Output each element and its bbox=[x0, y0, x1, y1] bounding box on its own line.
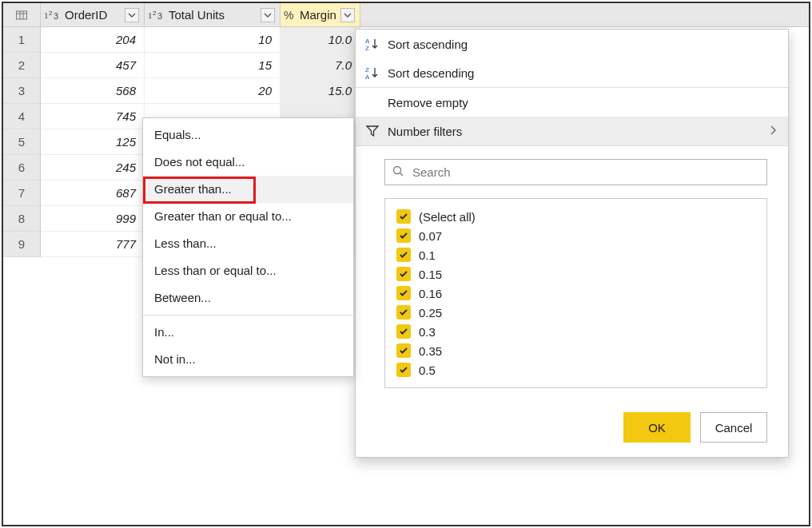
column-dropdown-icon[interactable] bbox=[340, 8, 355, 22]
sort-descending-item[interactable]: ZA Sort descending bbox=[356, 58, 788, 87]
filter-value-label: 0.1 bbox=[419, 248, 436, 262]
cell-orderid[interactable]: 457 bbox=[41, 53, 145, 78]
filter-value-item[interactable]: 0.25 bbox=[396, 303, 755, 322]
sort-ascending-item[interactable]: AZ Sort ascending bbox=[356, 30, 788, 58]
menu-label: In... bbox=[154, 325, 174, 339]
column-dropdown-icon[interactable] bbox=[261, 8, 275, 22]
svg-text:2: 2 bbox=[153, 10, 157, 17]
row-index: 8 bbox=[3, 206, 41, 232]
checkbox-checked-icon[interactable] bbox=[396, 363, 411, 377]
chevron-right-icon bbox=[769, 125, 777, 138]
svg-text:3: 3 bbox=[54, 11, 58, 21]
checkbox-checked-icon[interactable] bbox=[396, 286, 411, 300]
svg-text:1: 1 bbox=[148, 10, 153, 20]
less-than-or-equal-item[interactable]: Less than or equal to... bbox=[143, 257, 353, 284]
checkbox-checked-icon[interactable] bbox=[396, 228, 411, 243]
checkbox-checked-icon[interactable] bbox=[396, 248, 411, 262]
equals-item[interactable]: Equals... bbox=[143, 121, 353, 149]
cell-total-units[interactable]: 10 bbox=[145, 27, 281, 53]
filter-value-item[interactable]: 0.07 bbox=[396, 226, 755, 245]
less-than-item[interactable]: Less than... bbox=[143, 230, 353, 257]
column-name: Total Units bbox=[169, 8, 257, 22]
filter-value-label: 0.15 bbox=[419, 268, 442, 281]
column-header-orderid[interactable]: 123 OrderID bbox=[41, 3, 145, 26]
menu-label: Less than... bbox=[154, 236, 217, 250]
menu-label: Sort descending bbox=[388, 66, 474, 80]
cell-total-units[interactable]: 15 bbox=[145, 53, 281, 78]
cell-orderid[interactable]: 745 bbox=[41, 104, 145, 129]
in-item[interactable]: In... bbox=[143, 319, 353, 346]
filter-value-label: 0.35 bbox=[419, 344, 442, 358]
row-selector-header[interactable] bbox=[3, 3, 41, 26]
menu-label: Between... bbox=[154, 291, 211, 304]
filter-value-item[interactable]: 0.1 bbox=[396, 245, 755, 264]
ok-button[interactable]: OK bbox=[623, 412, 691, 443]
search-box[interactable] bbox=[384, 159, 767, 185]
number-type-icon: 123 bbox=[148, 9, 165, 22]
checkbox-checked-icon[interactable] bbox=[396, 343, 411, 358]
button-label: Cancel bbox=[715, 421, 753, 435]
menu-label: Greater than... bbox=[154, 182, 232, 196]
row-index: 1 bbox=[3, 27, 41, 53]
does-not-equal-item[interactable]: Does not equal... bbox=[143, 149, 353, 176]
menu-separator bbox=[143, 315, 353, 316]
number-filters-submenu: Equals... Does not equal... Greater than… bbox=[142, 117, 354, 377]
svg-text:%: % bbox=[284, 9, 293, 22]
svg-text:2: 2 bbox=[49, 10, 53, 17]
svg-text:A: A bbox=[365, 38, 370, 45]
filter-value-item[interactable]: 0.3 bbox=[396, 322, 755, 341]
filter-value-label: 0.07 bbox=[419, 229, 442, 243]
svg-text:1: 1 bbox=[44, 10, 49, 20]
cell-orderid[interactable]: 125 bbox=[41, 129, 145, 155]
menu-label: Number filters bbox=[388, 125, 462, 138]
column-name: OrderID bbox=[65, 8, 121, 22]
menu-label: Less than or equal to... bbox=[154, 264, 277, 277]
checkbox-checked-icon[interactable] bbox=[396, 267, 411, 281]
between-item[interactable]: Between... bbox=[143, 284, 353, 312]
number-filters-item[interactable]: Number filters bbox=[356, 117, 788, 145]
cell-orderid[interactable]: 999 bbox=[41, 206, 145, 232]
svg-point-15 bbox=[394, 167, 401, 174]
filter-value-item[interactable]: (Select all) bbox=[396, 207, 755, 226]
filter-value-item[interactable]: 0.16 bbox=[396, 284, 755, 303]
cell-margin[interactable]: 10.0 bbox=[281, 27, 360, 53]
checkbox-checked-icon[interactable] bbox=[396, 209, 411, 224]
checkbox-checked-icon[interactable] bbox=[396, 324, 411, 339]
search-input[interactable] bbox=[411, 165, 760, 180]
row-index: 9 bbox=[3, 232, 41, 257]
svg-text:3: 3 bbox=[157, 11, 162, 21]
filter-value-item[interactable]: 0.15 bbox=[396, 264, 755, 284]
column-name: Margin bbox=[300, 8, 337, 22]
filter-value-item[interactable]: 0.5 bbox=[396, 360, 755, 379]
cell-orderid[interactable]: 204 bbox=[41, 27, 145, 53]
filter-value-item[interactable]: 0.35 bbox=[396, 341, 755, 360]
greater-than-or-equal-item[interactable]: Greater than or equal to... bbox=[143, 203, 353, 230]
search-icon bbox=[392, 165, 404, 180]
checkbox-checked-icon[interactable] bbox=[396, 305, 411, 320]
cancel-button[interactable]: Cancel bbox=[700, 412, 767, 443]
column-dropdown-icon[interactable] bbox=[125, 8, 139, 22]
cell-orderid[interactable]: 777 bbox=[41, 232, 145, 257]
column-header-margin[interactable]: % Margin bbox=[281, 3, 360, 26]
cell-margin[interactable]: 7.0 bbox=[281, 53, 360, 78]
not-in-item[interactable]: Not in... bbox=[143, 346, 353, 373]
cell-orderid[interactable]: 687 bbox=[41, 181, 145, 206]
menu-label: Not in... bbox=[154, 352, 196, 366]
sort-asc-icon: AZ bbox=[365, 37, 388, 51]
svg-text:A: A bbox=[365, 73, 370, 80]
menu-label: Greater than or equal to... bbox=[154, 209, 292, 223]
svg-rect-0 bbox=[17, 11, 27, 19]
filter-values-list: (Select all)0.070.10.150.160.250.30.350.… bbox=[384, 198, 767, 388]
column-header-total-units[interactable]: 123 Total Units bbox=[145, 3, 281, 26]
cell-margin[interactable]: 15.0 bbox=[281, 78, 360, 104]
cell-total-units[interactable]: 20 bbox=[145, 78, 281, 104]
row-index: 4 bbox=[3, 104, 41, 129]
row-index: 3 bbox=[3, 78, 41, 104]
cell-orderid[interactable]: 245 bbox=[41, 155, 145, 181]
remove-empty-item[interactable]: Remove empty bbox=[356, 88, 788, 117]
filter-value-label: (Select all) bbox=[419, 210, 476, 224]
cell-orderid[interactable]: 568 bbox=[41, 78, 145, 104]
menu-label: Sort ascending bbox=[388, 38, 468, 51]
menu-label: Remove empty bbox=[388, 96, 468, 109]
greater-than-item[interactable]: Greater than... bbox=[143, 176, 353, 203]
